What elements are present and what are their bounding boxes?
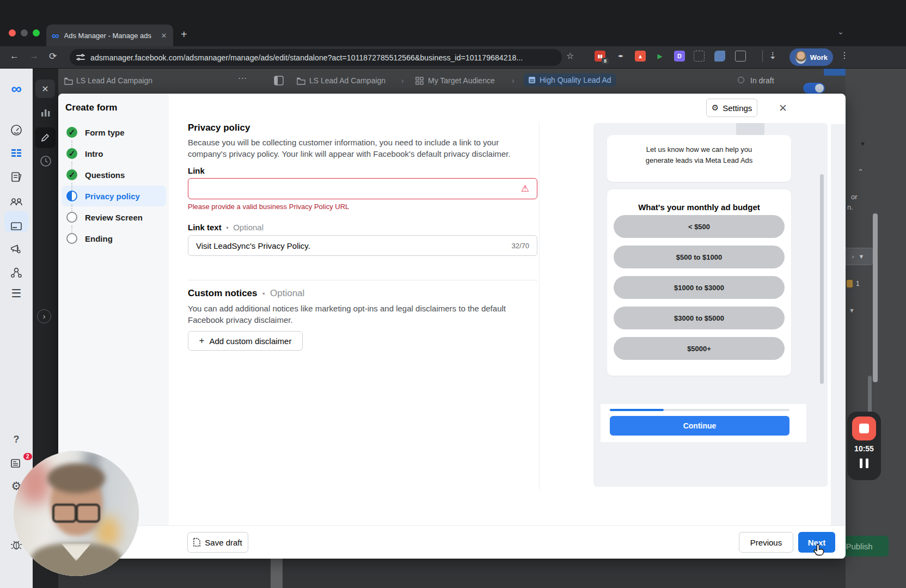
step-in-progress-icon — [66, 191, 77, 201]
meta-favicon-icon: ∞ — [52, 30, 59, 41]
notification-badge: 2 — [23, 453, 32, 460]
breadcrumb-campaign[interactable]: LS Lead Ad Campaign — [309, 76, 385, 85]
folder-icon — [297, 77, 305, 85]
step-form-type[interactable]: ✓ Form type — [62, 122, 166, 143]
budget-option-5[interactable]: $5000+ — [614, 337, 785, 360]
tab-search-chevron-icon[interactable]: ⌄ — [837, 27, 844, 36]
form-preview-panel: Let us know how we can help you generate… — [593, 123, 828, 487]
address-bar[interactable]: adsmanager.facebook.com/adsmanager/manag… — [70, 49, 562, 66]
meta-logo-icon[interactable]: ∞ — [9, 82, 23, 96]
budget-option-1[interactable]: < $500 — [614, 215, 785, 238]
billing-card-icon[interactable] — [9, 219, 23, 233]
help-icon[interactable]: ? — [9, 432, 23, 446]
modal-close-icon[interactable]: ✕ — [775, 100, 791, 116]
window-zoom-button[interactable] — [33, 29, 40, 36]
assets-network-icon[interactable] — [9, 266, 23, 280]
save-draft-button[interactable]: Save draft — [187, 532, 248, 553]
webcam-overlay[interactable] — [14, 451, 139, 576]
char-counter: 32/70 — [511, 242, 529, 250]
extension-icon-1[interactable]: ▮▮ 8 — [595, 51, 605, 62]
add-custom-disclaimer-button[interactable]: + Add custom disclaimer — [188, 331, 303, 351]
collapse-panel-icon[interactable] — [274, 76, 284, 85]
browser-profile-button[interactable]: Work — [789, 48, 833, 66]
step-complete-icon: ✓ — [66, 148, 77, 159]
breadcrumb-ad-current[interactable]: High Quality Lead Ad — [524, 74, 616, 87]
preview-scrollbar[interactable] — [820, 174, 824, 384]
stop-recording-button[interactable] — [852, 416, 876, 440]
screen-recorder-widget: 10:55 — [847, 412, 881, 480]
chart-columns-icon[interactable] — [38, 105, 53, 120]
url-text: adsmanager.facebook.com/adsmanager/manag… — [90, 53, 523, 62]
new-tab-button[interactable]: + — [181, 28, 187, 41]
step-intro[interactable]: ✓ Intro — [62, 143, 166, 164]
dimmed-chevron-up-icon: ⌃ — [858, 168, 864, 176]
expand-panel-icon[interactable]: › — [37, 309, 51, 323]
toolbar-divider — [762, 50, 763, 62]
gear-icon: ⚙ — [712, 103, 719, 113]
ads-reporting-icon[interactable] — [9, 170, 23, 184]
close-panel-icon[interactable]: ✕ — [35, 79, 55, 98]
profile-avatar — [795, 51, 806, 64]
history-clock-icon[interactable] — [38, 154, 53, 169]
pause-recording-button[interactable] — [847, 458, 881, 468]
screenshot-extension-icon[interactable] — [694, 51, 705, 62]
custom-notices-label-row: Custom notices • Optional — [188, 288, 304, 299]
preview-question-card: What's your monthly ad budget < $500 $50… — [607, 189, 791, 376]
ad-active-toggle[interactable] — [803, 83, 825, 94]
section-divider — [188, 280, 537, 280]
step-questions[interactable]: ✓ Questions — [62, 164, 166, 185]
bookmark-star-icon[interactable]: ☆ — [566, 51, 574, 61]
step-privacy-policy[interactable]: Privacy policy — [62, 186, 166, 206]
mouse-cursor — [812, 543, 825, 560]
clipboard-extension-icon[interactable] — [735, 51, 746, 62]
profile-label: Work — [810, 53, 828, 62]
breadcrumb-separator: › — [512, 76, 515, 85]
privacy-link-input[interactable] — [196, 184, 529, 193]
adset-grid-icon — [415, 77, 424, 85]
previous-button[interactable]: Previous — [739, 532, 793, 553]
preview-intro-card: Let us know how we can help you generate… — [607, 135, 791, 182]
extension-icon-4[interactable]: D — [674, 51, 685, 62]
budget-option-3[interactable]: $1000 to $3000 — [614, 276, 785, 299]
folder-icon — [64, 77, 73, 85]
breadcrumb-adset[interactable]: My Target Audience — [428, 76, 495, 85]
audiences-icon[interactable] — [9, 195, 23, 209]
preview-continue-button[interactable]: Continue — [610, 416, 789, 436]
extension-icon-5[interactable] — [714, 51, 725, 62]
step-review-screen[interactable]: Review Screen — [62, 207, 166, 228]
window-minimize-button[interactable] — [21, 29, 28, 36]
panel-menu-icon[interactable]: ⋯ — [238, 73, 248, 83]
custom-notices-description: You can add additional notices like mark… — [188, 303, 515, 326]
page-scrollbar-secondary[interactable] — [868, 376, 872, 415]
page-scrollbar[interactable] — [873, 213, 878, 382]
content-divider — [539, 122, 540, 491]
step-pending-icon — [66, 212, 77, 223]
site-settings-icon[interactable] — [76, 54, 85, 61]
all-tools-menu-icon[interactable]: ☰ — [9, 286, 23, 301]
dimmed-caret-icon: ▼ — [860, 140, 866, 147]
browser-tab[interactable]: ∞ Ads Manager - Manage ads ✕ — [46, 24, 173, 46]
link-text-label-row: Link text • Optional — [188, 223, 264, 232]
form-settings-button[interactable]: ⚙ Settings — [706, 99, 757, 117]
edit-pencil-icon[interactable] — [35, 127, 56, 148]
extension-icon-2[interactable]: ▴ — [635, 51, 646, 62]
eyedropper-extension-icon[interactable]: ✒ — [615, 51, 626, 62]
budget-option-2[interactable]: $500 to $1000 — [614, 246, 785, 268]
forward-button[interactable]: → — [29, 51, 39, 62]
step-ending[interactable]: Ending — [62, 228, 166, 249]
tab-close-icon[interactable]: ✕ — [161, 32, 167, 40]
overview-gauge-icon[interactable] — [9, 123, 23, 137]
link-text-input[interactable] — [196, 241, 529, 250]
modal-scroll-gutter — [831, 124, 846, 525]
back-button[interactable]: ← — [10, 51, 19, 62]
browser-menu-icon[interactable]: ⋮ — [840, 50, 849, 60]
budget-option-4[interactable]: $3000 to $5000 — [614, 307, 785, 329]
campaigns-table-icon[interactable] — [9, 146, 23, 160]
window-close-button[interactable] — [9, 29, 16, 36]
reload-button[interactable]: ⟳ — [49, 51, 57, 62]
extension-icon-3[interactable]: ▶ — [654, 51, 665, 62]
draft-status-label: In draft — [750, 76, 774, 85]
notifications-icon[interactable]: 2 — [9, 456, 23, 470]
ads-megaphone-icon[interactable] — [9, 242, 23, 256]
downloads-icon[interactable]: ⇣ — [769, 50, 776, 62]
